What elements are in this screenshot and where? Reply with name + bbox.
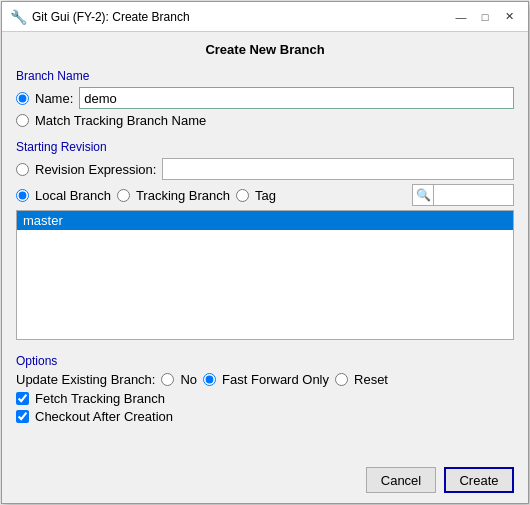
name-radio[interactable] bbox=[16, 92, 29, 105]
branch-name-section: Branch Name Name: Match Tracking Branch … bbox=[16, 67, 514, 132]
branch-type-row: Local Branch Tracking Branch Tag 🔍 bbox=[16, 184, 514, 206]
match-tracking-radio[interactable] bbox=[16, 114, 29, 127]
update-existing-row: Update Existing Branch: No Fast Forward … bbox=[16, 372, 514, 387]
name-radio-label: Name: bbox=[35, 91, 73, 106]
local-branch-radio[interactable] bbox=[16, 189, 29, 202]
tag-label: Tag bbox=[255, 188, 276, 203]
match-tracking-label: Match Tracking Branch Name bbox=[35, 113, 206, 128]
name-row: Name: bbox=[16, 87, 514, 109]
update-existing-label: Update Existing Branch: bbox=[16, 372, 155, 387]
fetch-tracking-label: Fetch Tracking Branch bbox=[35, 391, 165, 406]
create-branch-window: 🔧 Git Gui (FY-2): Create Branch — □ ✕ Cr… bbox=[1, 1, 529, 504]
window-controls: — □ ✕ bbox=[450, 7, 520, 27]
search-input[interactable] bbox=[434, 184, 514, 206]
search-container: 🔍 bbox=[412, 184, 514, 206]
checkout-row: Checkout After Creation bbox=[16, 409, 514, 424]
starting-revision-label: Starting Revision bbox=[16, 140, 514, 154]
options-section: Options Update Existing Branch: No Fast … bbox=[16, 352, 514, 427]
app-icon: 🔧 bbox=[10, 9, 26, 25]
branch-list-item[interactable]: master bbox=[17, 211, 513, 230]
revision-expr-label: Revision Expression: bbox=[35, 162, 156, 177]
window-title: Git Gui (FY-2): Create Branch bbox=[32, 10, 450, 24]
match-tracking-row: Match Tracking Branch Name bbox=[16, 113, 514, 128]
branch-name-label: Branch Name bbox=[16, 69, 514, 83]
revision-expr-input[interactable] bbox=[162, 158, 514, 180]
dialog-title: Create New Branch bbox=[16, 42, 514, 57]
fetch-tracking-checkbox[interactable] bbox=[16, 392, 29, 405]
branch-list[interactable]: master bbox=[16, 210, 514, 340]
revision-expr-radio[interactable] bbox=[16, 163, 29, 176]
reset-radio[interactable] bbox=[335, 373, 348, 386]
tracking-branch-radio[interactable] bbox=[117, 189, 130, 202]
checkout-checkbox[interactable] bbox=[16, 410, 29, 423]
fetch-tracking-row: Fetch Tracking Branch bbox=[16, 391, 514, 406]
close-button[interactable]: ✕ bbox=[498, 7, 520, 27]
no-label: No bbox=[180, 372, 197, 387]
tracking-branch-label: Tracking Branch bbox=[136, 188, 230, 203]
search-button[interactable]: 🔍 bbox=[412, 184, 434, 206]
options-label: Options bbox=[16, 354, 514, 368]
checkout-label: Checkout After Creation bbox=[35, 409, 173, 424]
no-radio[interactable] bbox=[161, 373, 174, 386]
branch-name-input[interactable] bbox=[79, 87, 514, 109]
starting-revision-section: Starting Revision Revision Expression: L… bbox=[16, 138, 514, 346]
titlebar: 🔧 Git Gui (FY-2): Create Branch — □ ✕ bbox=[2, 2, 528, 32]
reset-label: Reset bbox=[354, 372, 388, 387]
tag-radio[interactable] bbox=[236, 189, 249, 202]
dialog-content: Create New Branch Branch Name Name: Matc… bbox=[2, 32, 528, 503]
fast-forward-radio[interactable] bbox=[203, 373, 216, 386]
button-row: Cancel Create bbox=[16, 461, 514, 493]
maximize-button[interactable]: □ bbox=[474, 7, 496, 27]
minimize-button[interactable]: — bbox=[450, 7, 472, 27]
create-button[interactable]: Create bbox=[444, 467, 514, 493]
local-branch-label: Local Branch bbox=[35, 188, 111, 203]
revision-expr-row: Revision Expression: bbox=[16, 158, 514, 180]
cancel-button[interactable]: Cancel bbox=[366, 467, 436, 493]
fast-forward-label: Fast Forward Only bbox=[222, 372, 329, 387]
